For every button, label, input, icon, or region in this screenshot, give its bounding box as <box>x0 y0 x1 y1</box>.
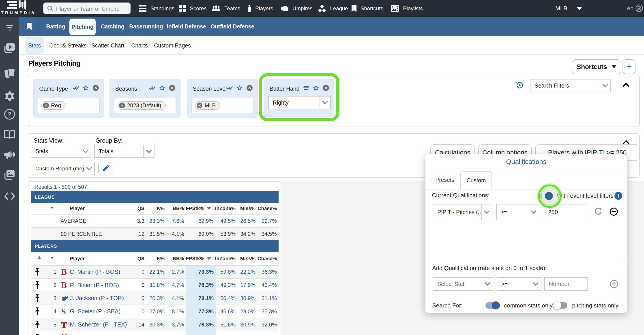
svg-text:?: ? <box>8 111 12 118</box>
